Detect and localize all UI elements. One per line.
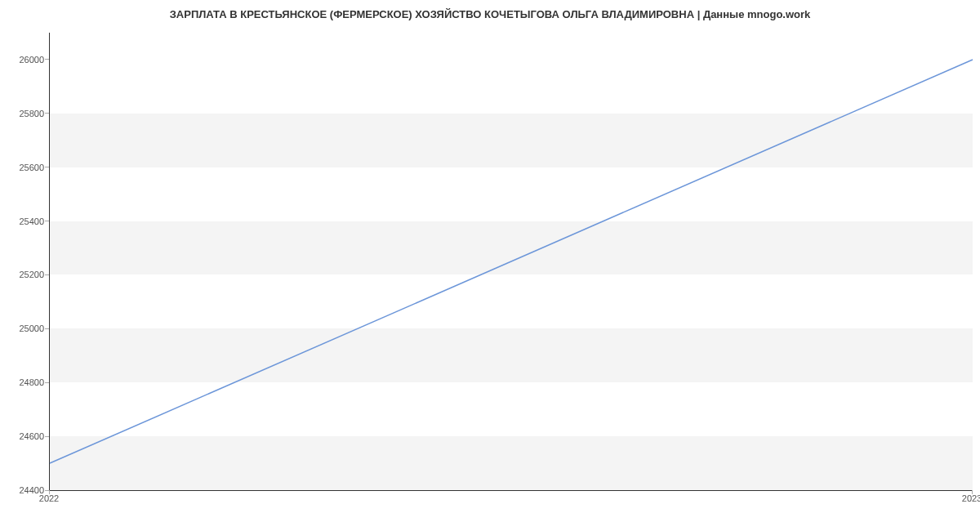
y-tick-label: 25000: [3, 324, 44, 333]
y-tick-label: 24400: [3, 485, 44, 495]
chart-container: ЗАРПЛАТА В КРЕСТЬЯНСКОЕ (ФЕРМЕРСКОЕ) ХОЗ…: [0, 0, 980, 531]
x-tick-label: 2022: [39, 493, 59, 503]
y-tick: [45, 221, 49, 221]
y-tick: [45, 113, 49, 114]
y-tick-label: 25800: [3, 109, 44, 118]
y-tick-label: 25200: [3, 270, 44, 279]
line-series: [50, 33, 973, 490]
y-tick: [45, 274, 49, 275]
y-tick: [45, 167, 49, 167]
chart-title: ЗАРПЛАТА В КРЕСТЬЯНСКОЕ (ФЕРМЕРСКОЕ) ХОЗ…: [0, 8, 980, 20]
y-tick: [45, 436, 49, 437]
y-tick-label: 25600: [3, 163, 44, 172]
y-tick-label: 24800: [3, 377, 44, 387]
y-tick-label: 24600: [3, 431, 44, 441]
y-tick: [45, 59, 49, 60]
y-tick-label: 25400: [3, 216, 44, 226]
y-tick: [45, 328, 49, 329]
y-tick: [45, 382, 49, 383]
plot-area: [49, 33, 973, 491]
y-tick-label: 26000: [3, 55, 44, 65]
x-tick-label: 2023: [962, 493, 980, 503]
